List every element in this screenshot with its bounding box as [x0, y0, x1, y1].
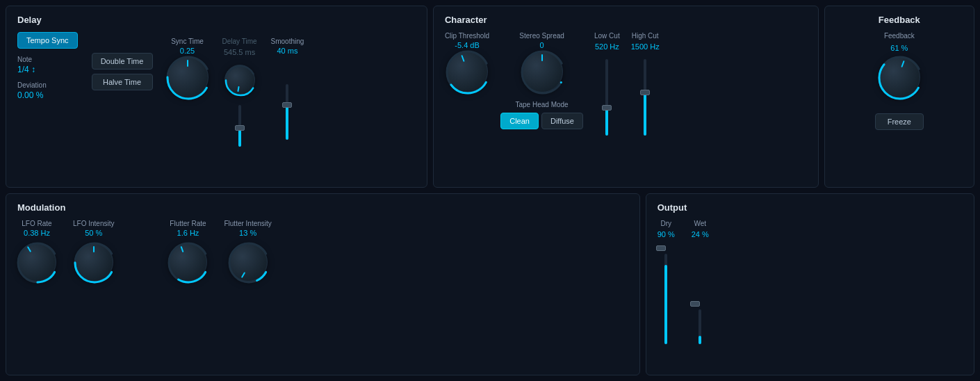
flutter-intensity-knob[interactable] [229, 243, 268, 282]
tape-head-buttons: Clean Diffuse [500, 113, 583, 129]
tempo-sync-button[interactable]: Tempo Sync [17, 32, 78, 49]
feedback-knob[interactable] [879, 56, 920, 98]
sync-time-knob[interactable] [167, 56, 209, 98]
delay-panel: Delay Tempo Sync Note 1/4 ↕ Deviation 0.… [6, 6, 427, 188]
wet-value: 24 % [692, 230, 709, 238]
high-cut-slider[interactable] [644, 59, 646, 136]
stereo-spread-knob[interactable] [521, 51, 563, 92]
lfo-intensity-label: LFO Intensity [73, 220, 114, 227]
delay-time-knob[interactable] [224, 65, 255, 95]
lfo-rate-label: LFO Rate [22, 220, 51, 227]
feedback-title: Feedback [879, 15, 920, 25]
stereo-spread-label: Stereo Spread [519, 32, 564, 40]
clip-threshold-knob[interactable] [446, 51, 488, 92]
note-value: 1/4 ↕ [17, 65, 35, 74]
lfo-intensity-value: 50 % [85, 229, 102, 237]
clip-threshold-container: Clip Threshold -5.4 dB [445, 32, 489, 92]
flutter-intensity-container: Flutter Intensity 13 % [224, 220, 271, 282]
smoothing-value: 40 ms [277, 47, 297, 55]
dry-label: Dry [660, 220, 671, 227]
character-title: Character [445, 15, 807, 25]
note-label: Note [17, 56, 32, 63]
wet-container: Wet 24 % [692, 220, 709, 344]
high-cut-label: High Cut [632, 32, 659, 40]
smoothing-slider[interactable] [286, 84, 288, 140]
character-panel: Character Clip Threshold -5.4 dB Stereo … [433, 6, 819, 188]
clip-threshold-label: Clip Threshold [445, 32, 489, 40]
flutter-intensity-label: Flutter Intensity [224, 220, 271, 227]
flutter-rate-value: 1.6 Hz [177, 229, 199, 237]
lfo-intensity-knob[interactable] [74, 243, 113, 282]
delay-title: Delay [17, 15, 416, 25]
flutter-intensity-value: 13 % [239, 229, 256, 237]
low-cut-value: 520 Hz [595, 42, 619, 51]
dry-slider[interactable] [664, 254, 667, 344]
delay-time-label: Delay Time [222, 38, 257, 45]
feedback-value: 61 % [890, 44, 908, 52]
low-cut-slider[interactable] [605, 59, 608, 136]
clean-button[interactable]: Clean [500, 113, 539, 129]
high-cut-value: 1500 Hz [631, 42, 660, 51]
dry-slider-thumb[interactable] [656, 245, 666, 251]
lfo-rate-value: 0.38 Hz [24, 229, 50, 237]
modulation-panel: Modulation LFO Rate 0.38 Hz LFO Intensit… [6, 193, 640, 375]
feedback-section: Feedback 61 % Freeze [836, 32, 963, 130]
wet-label: Wet [694, 220, 706, 227]
dry-container: Dry 90 % [658, 220, 675, 344]
tape-head-label: Tape Head Mode [516, 101, 569, 108]
low-cut-label: Low Cut [594, 32, 620, 40]
lfo-intensity-container: LFO Intensity 50 % [73, 220, 114, 282]
delay-time-value: 545.5 ms [224, 48, 255, 56]
lfo-rate-container: LFO Rate 0.38 Hz [17, 220, 56, 282]
feedback-label: Feedback [884, 32, 915, 40]
modulation-title: Modulation [17, 202, 628, 213]
low-cut-container: Low Cut 520 Hz [594, 32, 620, 136]
output-title: Output [658, 202, 963, 213]
lfo-rate-knob[interactable] [17, 243, 56, 282]
stereo-spread-container: Stereo Spread 0 Tape Head Mode Clean Dif… [500, 32, 583, 129]
double-time-button[interactable]: Double Time [92, 53, 153, 70]
feedback-panel: Feedback Feedback 61 % Freeze [824, 6, 974, 188]
deviation-label: Deviation [17, 81, 47, 89]
high-cut-container: High Cut 1500 Hz [631, 32, 660, 136]
halve-time-button[interactable]: Halve Time [92, 74, 153, 90]
freeze-button[interactable]: Freeze [875, 113, 924, 130]
diffuse-button[interactable]: Diffuse [541, 113, 583, 129]
deviation-value: 0.00 % [17, 90, 43, 100]
output-panel: Output Dry 90 % Wet 24 % [646, 193, 974, 375]
flutter-rate-container: Flutter Rate 1.6 Hz [168, 220, 207, 282]
dry-value: 90 % [658, 230, 675, 238]
smoothing-label: Smoothing [271, 38, 304, 45]
sync-time-label: Sync Time [171, 38, 204, 45]
svg-point-6 [522, 51, 564, 93]
wet-slider-thumb[interactable] [690, 301, 700, 307]
wet-slider[interactable] [699, 309, 701, 344]
flutter-rate-knob[interactable] [168, 243, 207, 282]
flutter-rate-label: Flutter Rate [170, 220, 206, 227]
delay-slider[interactable] [238, 105, 241, 147]
